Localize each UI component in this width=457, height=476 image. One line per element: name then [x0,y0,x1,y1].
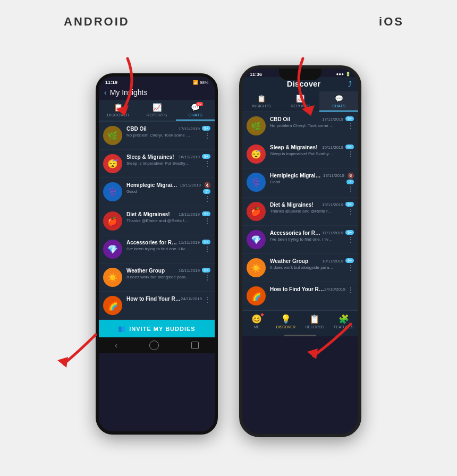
chat-date: 13/11/2019 [323,173,344,178]
android-status-icons: 📶 98% [193,80,208,85]
ios-chat-item[interactable]: 🌈 How to Find Your Reliefs 24/10/2019 ⋮ [242,282,358,310]
chat-avatar: ☀️ [247,258,266,277]
android-nav-home[interactable] [149,341,159,350]
android-chat-item[interactable]: 💎 Accessories for Relief 11/11/2019 I've… [99,235,215,264]
chat-avatar: 🌈 [247,286,266,305]
chat-count: 9+ [345,144,354,149]
ios-home-indicator [284,335,316,336]
chat-right: ⋮ [204,296,210,303]
chat-count: 9+ [345,230,354,235]
chat-header-row: Sleep & Migraines! 16/11/2019 [270,144,343,150]
chat-preview: Thanks @Elaine and @Retta for the info o… [126,218,190,224]
chat-content: CBD Oil 17/11/2019 No problem Cheryl. To… [126,126,200,138]
chat-preview: I've been trying to find one. I live in … [270,237,334,242]
ios-tab-reports[interactable]: 📈 REPORTS [281,91,320,112]
chat-date: 24/10/2019 [181,296,202,301]
chat-date: 13/11/2019 [180,183,201,188]
ios-status-icons: ●●● 🔋 [336,72,351,77]
records-nav-icon: 📋 [309,314,320,324]
android-chat-item[interactable]: 🍎 Diet & Migraines! 13/11/2019 Thanks @E… [99,207,215,235]
tab-discover[interactable]: 📋 DISCOVER [99,100,138,121]
ios-label: iOS [379,15,404,29]
ios-chat-item[interactable]: ⚕️ Hemiplegic Migraines 13/11/2019 Good … [242,168,358,198]
chat-preview: Thanks @Elaine and @Retta for the info o… [270,209,334,214]
chat-preview: No problem Cheryl. Took some now and my … [126,133,190,138]
ios-tabs: 📋 INSIGHTS 📈 REPORTS 💬 CHATS [242,91,358,112]
chat-right: 9+ ⋮ [202,211,210,225]
ios-nav-features[interactable]: 🧩 FEATURES [329,314,359,329]
chat-count: 9+ [345,116,354,121]
more-options-icon[interactable]: ⋮ [204,274,210,281]
chat-date: 24/10/2019 [324,287,345,292]
android-chat-item[interactable]: ☀️ Weather Group 10/11/2019 It does work… [99,264,215,292]
chat-date: 17/11/2019 [322,117,343,122]
tab-reports[interactable]: 📈 REPORTS [138,100,176,121]
more-options-icon[interactable]: ⋮ [348,236,354,243]
chat-avatar: 🍎 [103,211,122,231]
chat-header-row: Accessories for Relief 11/11/2019 [126,240,200,245]
android-chat-item[interactable]: 😴 Sleep & Migraines! 16/11/2019 Sleep is… [99,150,215,178]
chat-header-row: CBD Oil 17/11/2019 [126,126,200,132]
chat-header-row: Diet & Migraines! 13/11/2019 [126,211,200,217]
chat-header-row: How to Find Your Reliefs 24/10/2019 [126,296,202,302]
chat-avatar: 😴 [247,144,266,164]
android-nav-back[interactable]: ‹ [115,341,117,350]
chat-content: Weather Group 10/11/2019 It does work bu… [270,258,343,270]
ios-chat-item[interactable]: 😴 Sleep & Migraines! 16/11/2019 Sleep is… [242,140,358,168]
features-nav-icon: 🧩 [338,314,349,324]
chat-avatar: 🌿 [103,126,122,145]
chat-count: 7 [203,189,210,194]
chat-count: 9+ [202,154,210,159]
ios-nav-me[interactable]: 😊 ME [242,314,272,329]
android-nav-recents[interactable] [191,342,199,349]
more-options-icon[interactable]: ⋮ [348,122,354,130]
reports-tab-label: REPORTS [147,113,167,117]
ios-insights-icon: 📋 [257,95,266,103]
ios-chats-icon: 💬 [335,95,343,103]
chat-avatar: 💎 [103,240,122,259]
svg-marker-1 [57,357,68,368]
ios-chat-item[interactable]: 💎 Accessories for Relief 11/11/2019 I've… [242,226,358,254]
ios-nav-discover[interactable]: 💡 DISCOVER [272,314,301,329]
chat-avatar: ⚕️ [247,173,266,192]
ios-share-icon[interactable]: ⤴ [348,80,352,88]
more-options-icon[interactable]: ⋮ [204,296,210,303]
signal-icon: 📶 [193,80,198,85]
chat-name: CBD Oil [126,126,147,132]
more-options-icon[interactable]: ⋮ [204,195,210,202]
chat-preview: I've been trying to find one. I live in … [126,246,190,252]
chat-name: Weather Group [126,268,165,274]
more-options-icon[interactable]: ⋮ [348,286,354,294]
ios-chat-item[interactable]: ☀️ Weather Group 10/11/2019 It does work… [242,254,358,282]
android-chat-item[interactable]: ⚕️ Hemiplegic Migraines 13/11/2019 Good … [99,178,215,207]
more-options-icon[interactable]: ⋮ [348,264,354,271]
chat-count: 9+ [202,268,210,273]
chat-header-row: Accessories for Relief 11/11/2019 [270,230,343,236]
features-nav-label: FEATURES [334,325,353,329]
more-options-icon[interactable]: ⋮ [204,217,210,225]
more-options-icon[interactable]: ⋮ [348,150,354,158]
ios-tab-insights[interactable]: 📋 INSIGHTS [242,91,281,112]
more-options-icon[interactable]: ⋮ [204,245,210,253]
android-chat-item[interactable]: 🌈 How to Find Your Reliefs 24/10/2019 ⋮ [99,292,215,320]
android-label: ANDROID [64,15,130,29]
ios-time: 11:36 [250,72,262,77]
invite-bar[interactable]: 👥 INVITE MY BUDDIES [99,320,215,337]
ios-chat-item[interactable]: 🌿 CBD Oil 17/11/2019 No problem Cheryl. … [242,112,358,140]
ios-chat-item[interactable]: 🍎 Diet & Migraines! 13/11/2019 Thanks @E… [242,198,358,226]
tab-chats[interactable]: 9+ 💬 CHATS [176,100,215,121]
chat-name: Accessories for Relief [126,240,179,245]
android-chat-item[interactable]: 🌿 CBD Oil 17/11/2019 No problem Cheryl. … [99,122,215,150]
ios-nav-records[interactable]: 📋 RECORDS [300,314,329,329]
more-options-icon[interactable]: ⋮ [204,160,210,167]
ios-tab-chats[interactable]: 💬 CHATS [319,91,358,112]
more-options-icon[interactable]: ⋮ [348,208,354,215]
more-options-icon[interactable]: ⋮ [204,132,210,139]
chat-date: 10/11/2019 [322,259,343,264]
chat-right: 9+ ⋮ [345,144,354,158]
more-options-icon[interactable]: ⋮ [348,185,354,193]
chat-name: Diet & Migraines! [126,211,170,217]
chat-date: 17/11/2019 [179,126,200,131]
chat-name: Hemiplegic Migraines [126,182,180,188]
back-arrow-icon[interactable]: ‹ [104,88,107,97]
